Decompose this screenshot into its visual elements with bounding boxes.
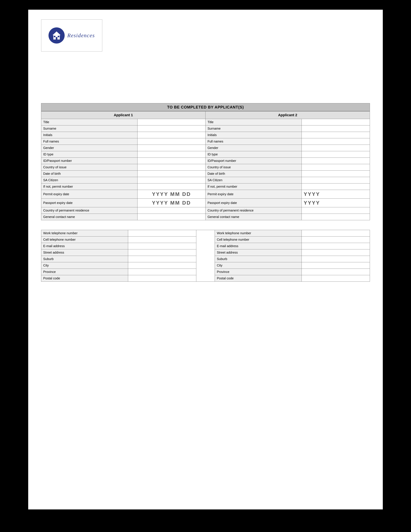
- app1-value-date-of-birth[interactable]: [137, 171, 206, 177]
- app1-value-gender[interactable]: [137, 145, 206, 151]
- app1-contact-value-4[interactable]: [128, 256, 196, 262]
- app2-contact-label-6: Province: [215, 269, 302, 275]
- app1-label-date-of-birth: Date of birth: [41, 171, 138, 177]
- app1-contact-label-2: E-mail address: [41, 243, 128, 249]
- app1-contact-label-1: Cell telephone number: [41, 237, 128, 243]
- app2-contact-value-5[interactable]: [302, 262, 370, 269]
- app2-permit-expiry-placeholder: YYYY: [304, 191, 368, 197]
- app2-label-general-contact-name: General contact name: [206, 214, 302, 220]
- app2-label-id-type: ID type: [206, 151, 302, 158]
- app1-label-full-names: Full names: [41, 138, 138, 145]
- app2-value-if-not-permit-number[interactable]: [302, 183, 370, 190]
- app1-value-if-not-permit-number[interactable]: [137, 183, 206, 190]
- app1-value-country-of-permanent-residence[interactable]: [137, 207, 206, 214]
- app1-label-idpassport-number: ID/Passport number: [41, 158, 138, 164]
- page: Residences TO BE COMPLETED BY APPLICANT(…: [28, 10, 383, 509]
- app1-passport-expiry-placeholder: YYYY MM DD: [140, 200, 204, 206]
- app1-contact-label-4: Suburb: [41, 256, 128, 262]
- spacer-cell: [196, 269, 215, 275]
- house-icon: [52, 31, 61, 40]
- app2-value-country-of-issue[interactable]: [302, 164, 370, 171]
- app2-value-initials[interactable]: [302, 132, 370, 138]
- app2-contact-value-0[interactable]: [302, 230, 370, 237]
- spacer-cell: [196, 249, 215, 256]
- app1-label-country-of-issue: Country of issue: [41, 164, 138, 171]
- app2-label-permit-expiry-date: Permit expiry date: [206, 190, 302, 199]
- svg-rect-2: [54, 36, 56, 37]
- app2-value-surname[interactable]: [302, 125, 370, 132]
- app2-label-gender: Gender: [206, 145, 302, 151]
- app1-label-if-not-permit-number: If not, permit number: [41, 183, 138, 190]
- spacer-cell: [196, 230, 215, 237]
- app2-value-full-names[interactable]: [302, 138, 370, 145]
- app2-contact-label-0: Work telephone number: [215, 230, 302, 237]
- app1-value-initials[interactable]: [137, 132, 206, 138]
- app2-value-country-of-permanent-residence[interactable]: [302, 207, 370, 214]
- logo-container: Residences: [41, 19, 102, 52]
- app1-contact-value-3[interactable]: [128, 249, 196, 256]
- app2-contact-label-5: City: [215, 262, 302, 269]
- app1-contact-value-7[interactable]: [128, 275, 196, 282]
- app2-contact-value-3[interactable]: [302, 249, 370, 256]
- app2-value-sa-citizen[interactable]: [302, 177, 370, 183]
- app2-value-gender[interactable]: [302, 145, 370, 151]
- app1-value-permit-expiry-date[interactable]: YYYY MM DD: [137, 190, 206, 199]
- section-title-bar: TO BE COMPLETED BY APPLICANT(S): [41, 103, 370, 111]
- app2-label-title: Title: [206, 119, 302, 125]
- app1-label-gender: Gender: [41, 145, 138, 151]
- app2-contact-label-2: E-mail address: [215, 243, 302, 249]
- app1-value-general-contact-name[interactable]: [137, 214, 206, 220]
- app2-value-id-type[interactable]: [302, 151, 370, 158]
- app1-value-sa-citizen[interactable]: [137, 177, 206, 183]
- app2-label-sa-citizen: SA Citizen: [206, 177, 302, 183]
- app1-label-sa-citizen: SA Citizen: [41, 177, 138, 183]
- app2-contact-value-4[interactable]: [302, 256, 370, 262]
- app1-value-title[interactable]: [137, 119, 206, 125]
- app2-contact-label-3: Street address: [215, 249, 302, 256]
- app1-value-full-names[interactable]: [137, 138, 206, 145]
- app1-label-country-of-permanent-residence: Country of permanent residence: [41, 207, 138, 214]
- app2-value-general-contact-name[interactable]: [302, 214, 370, 220]
- app2-label-country-of-issue: Country of issue: [206, 164, 302, 171]
- contact-table: Work telephone numberWork telephone numb…: [41, 230, 370, 282]
- app2-contact-label-7: Postal code: [215, 275, 302, 282]
- app1-label-initials: Initials: [41, 132, 138, 138]
- app1-label-passport-expiry-date: Passport expiry date: [41, 199, 138, 207]
- spacer-cell: [196, 243, 215, 249]
- app1-label-id-type: ID type: [41, 151, 138, 158]
- app2-label-idpassport-number: ID/Passport number: [206, 158, 302, 164]
- app1-contact-value-2[interactable]: [128, 243, 196, 249]
- app2-contact-value-7[interactable]: [302, 275, 370, 282]
- app1-value-id-type[interactable]: [137, 151, 206, 158]
- app2-contact-value-6[interactable]: [302, 269, 370, 275]
- svg-rect-1: [56, 37, 57, 39]
- app1-contact-value-0[interactable]: [128, 230, 196, 237]
- app2-value-passport-expiry-date[interactable]: YYYY: [302, 199, 370, 207]
- app2-value-idpassport-number[interactable]: [302, 158, 370, 164]
- applicants-table: Applicant 1 Applicant 2 TitleTitleSurnam…: [41, 111, 370, 220]
- applicant2-header: Applicant 2: [206, 111, 370, 119]
- applicant1-header: Applicant 1: [41, 111, 206, 119]
- app1-value-passport-expiry-date[interactable]: YYYY MM DD: [137, 199, 206, 207]
- app1-value-idpassport-number[interactable]: [137, 158, 206, 164]
- spacer-cell: [196, 275, 215, 282]
- app1-contact-value-6[interactable]: [128, 269, 196, 275]
- app2-contact-label-4: Suburb: [215, 256, 302, 262]
- app2-contact-value-1[interactable]: [302, 237, 370, 243]
- app1-label-permit-expiry-date: Permit expiry date: [41, 190, 138, 199]
- app2-value-permit-expiry-date[interactable]: YYYY: [302, 190, 370, 199]
- app2-label-country-of-permanent-residence: Country of permanent residence: [206, 207, 302, 214]
- spacer-cell: [196, 262, 215, 269]
- app2-contact-value-2[interactable]: [302, 243, 370, 249]
- app1-contact-label-5: City: [41, 262, 128, 269]
- app2-value-date-of-birth[interactable]: [302, 171, 370, 177]
- app1-contact-label-7: Postal code: [41, 275, 128, 282]
- svg-rect-3: [58, 36, 59, 37]
- app1-contact-value-1[interactable]: [128, 237, 196, 243]
- app2-value-title[interactable]: [302, 119, 370, 125]
- app2-label-if-not-permit-number: If not, permit number: [206, 183, 302, 190]
- app1-contact-value-5[interactable]: [128, 262, 196, 269]
- app1-value-country-of-issue[interactable]: [137, 164, 206, 171]
- app1-value-surname[interactable]: [137, 125, 206, 132]
- app2-label-passport-expiry-date: Passport expiry date: [206, 199, 302, 207]
